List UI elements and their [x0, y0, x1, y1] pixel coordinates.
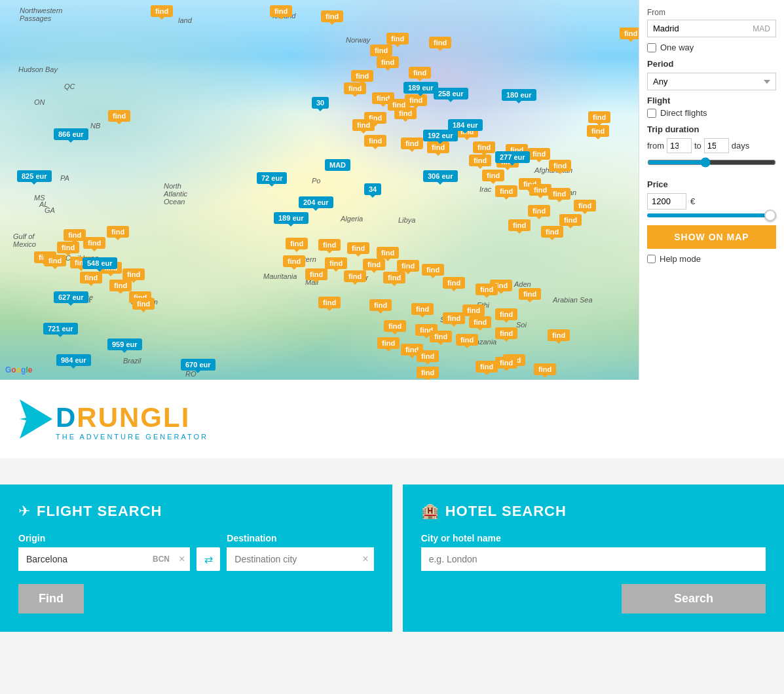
map-find-button[interactable]: find: [305, 268, 327, 280]
map-find-button[interactable]: find: [422, 264, 444, 276]
find-button[interactable]: Find: [18, 584, 84, 613]
map-find-button[interactable]: find: [534, 363, 556, 375]
city-hotel-input[interactable]: [421, 547, 766, 571]
map-find-button[interactable]: find: [476, 283, 498, 295]
map-find-button[interactable]: find: [57, 242, 79, 253]
map-price-tag[interactable]: 189 eur: [403, 82, 438, 94]
direct-flights-checkbox[interactable]: [647, 109, 656, 118]
map-find-button[interactable]: find: [587, 125, 609, 137]
map-price-tag[interactable]: 959 eur: [107, 338, 142, 350]
duration-to-input[interactable]: [704, 138, 729, 153]
map-find-button[interactable]: find: [401, 137, 423, 149]
map-find-button[interactable]: find: [370, 45, 392, 56]
map-price-tag[interactable]: 258 eur: [434, 88, 468, 100]
map-price-tag[interactable]: 192 eur: [423, 130, 458, 141]
map-find-button[interactable]: find: [528, 205, 550, 217]
map-find-button[interactable]: find: [283, 255, 305, 267]
swap-button[interactable]: ⇄: [196, 547, 220, 571]
map-find-button[interactable]: find: [495, 185, 517, 197]
map-find-button[interactable]: find: [318, 239, 341, 251]
one-way-row[interactable]: One way: [647, 43, 776, 52]
map-price-tag[interactable]: 984 eur: [56, 354, 91, 366]
map-find-button[interactable]: find: [364, 135, 386, 147]
map-find-button[interactable]: find: [548, 329, 570, 341]
map-price-tag[interactable]: 825 eur: [17, 170, 52, 182]
map-find-button[interactable]: find: [386, 33, 409, 45]
map-find-button[interactable]: find: [588, 111, 610, 123]
search-button[interactable]: Search: [622, 584, 766, 613]
map-find-button[interactable]: find: [122, 268, 145, 280]
map-find-button[interactable]: find: [108, 110, 130, 122]
map-find-button[interactable]: find: [80, 272, 102, 283]
map-find-button[interactable]: find: [394, 107, 417, 119]
map-price-tag[interactable]: 72 eur: [257, 172, 287, 184]
map-find-button[interactable]: find: [363, 259, 385, 270]
destination-clear-button[interactable]: ×: [357, 553, 373, 565]
map-find-button[interactable]: find: [151, 5, 173, 17]
map-find-button[interactable]: find: [476, 361, 498, 373]
help-mode-checkbox[interactable]: [647, 255, 656, 263]
map-price-tag[interactable]: 866 eur: [54, 128, 88, 140]
map-find-button[interactable]: find: [541, 226, 563, 238]
show-on-map-button[interactable]: SHOW ON MAP: [647, 225, 776, 249]
price-input[interactable]: [647, 193, 686, 210]
map-find-button[interactable]: find: [384, 320, 406, 332]
map-find-button[interactable]: find: [286, 238, 308, 249]
map-find-button[interactable]: find: [462, 304, 485, 316]
map-price-tag[interactable]: 721 eur: [43, 323, 78, 335]
map-price-tag[interactable]: 204 eur: [299, 196, 333, 208]
map-find-button[interactable]: find: [482, 170, 504, 181]
map-find-button[interactable]: find: [519, 288, 541, 300]
map-price-tag[interactable]: 627 eur: [54, 291, 88, 303]
map-find-button[interactable]: find: [443, 312, 465, 324]
map-price-tag[interactable]: 277 eur: [495, 151, 530, 163]
map-find-button[interactable]: find: [495, 308, 517, 320]
duration-from-input[interactable]: [667, 138, 692, 153]
map-price-tag[interactable]: 34: [364, 183, 381, 195]
map-find-button[interactable]: find: [456, 334, 478, 346]
help-mode-row[interactable]: Help mode: [647, 254, 776, 264]
map-find-button[interactable]: find: [383, 272, 405, 283]
map-find-button[interactable]: find: [559, 214, 582, 226]
map-find-button[interactable]: find: [508, 219, 531, 231]
map-find-button[interactable]: find: [318, 297, 341, 308]
map-find-button[interactable]: find: [397, 260, 419, 272]
map-find-button[interactable]: find: [443, 277, 465, 289]
map-find-button[interactable]: find: [109, 280, 132, 291]
origin-input[interactable]: [18, 547, 149, 571]
map-find-button[interactable]: find: [377, 56, 399, 68]
map-find-button[interactable]: find: [409, 67, 431, 79]
map-find-button[interactable]: find: [347, 242, 369, 254]
map-mad-marker[interactable]: MAD: [325, 159, 350, 171]
map-find-button[interactable]: find: [430, 331, 452, 342]
map-find-button[interactable]: find: [132, 298, 155, 310]
map-find-button[interactable]: find: [377, 247, 399, 259]
map-area[interactable]: NorthwesternPassages Hudson Bay NorthAtl…: [0, 0, 639, 380]
map-price-tag[interactable]: 180 eur: [502, 89, 536, 101]
map-find-button[interactable]: find: [495, 327, 517, 339]
one-way-checkbox[interactable]: [647, 43, 656, 52]
map-find-button[interactable]: find: [344, 270, 366, 282]
map-find-button[interactable]: find: [528, 148, 550, 160]
direct-flights-row[interactable]: Direct flights: [647, 108, 776, 118]
price-slider-track[interactable]: [647, 213, 776, 217]
map-find-button[interactable]: find: [270, 5, 292, 17]
map-find-button[interactable]: find: [411, 303, 434, 315]
map-price-tag[interactable]: 30: [312, 97, 329, 109]
map-price-tag[interactable]: 670 eur: [181, 359, 215, 371]
map-find-button[interactable]: find: [620, 27, 639, 39]
map-find-button[interactable]: find: [321, 10, 343, 22]
map-find-button[interactable]: find: [417, 367, 439, 378]
map-find-button[interactable]: find: [325, 257, 347, 269]
map-find-button[interactable]: find: [369, 299, 392, 311]
destination-input[interactable]: [227, 547, 357, 571]
map-find-button[interactable]: find: [417, 350, 439, 362]
map-find-button[interactable]: find: [469, 155, 491, 166]
map-find-button[interactable]: find: [469, 316, 491, 328]
map-find-button[interactable]: find: [495, 357, 517, 369]
map-find-button[interactable]: find: [344, 82, 366, 94]
map-find-button[interactable]: find: [83, 237, 105, 249]
map-find-button[interactable]: find: [574, 200, 596, 211]
price-slider-thumb[interactable]: [764, 210, 776, 221]
map-find-button[interactable]: find: [44, 255, 66, 266]
